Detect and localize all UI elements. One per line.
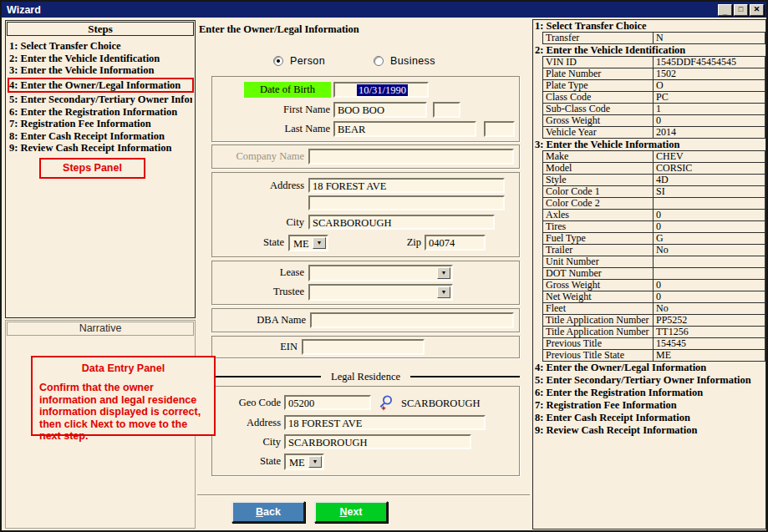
dba-name-label: DBA Name — [212, 312, 306, 328]
summary-section-header: 8: Enter Cash Receipt Information — [533, 412, 765, 424]
lease-dropdown[interactable]: ▼ — [308, 265, 453, 281]
steps-item[interactable]: 5: Enter Secondary/Tertiary Owner Infor — [9, 94, 192, 106]
last-name-input[interactable]: BEAR — [333, 121, 476, 137]
summary-row-value: 0 — [654, 280, 765, 291]
summary-row: Vehicle Year2014 — [542, 126, 765, 139]
summary-row-value: ME — [654, 350, 765, 361]
ein-input[interactable] — [302, 339, 425, 355]
geo-code-label: Geo Code — [212, 395, 281, 411]
summary-row-label: Unit Number — [543, 256, 654, 267]
steps-item[interactable]: 4: Enter the Owner/Legal Information — [9, 79, 192, 92]
radio-person-label: Person — [290, 55, 325, 67]
summary-row-label: Fuel Type — [543, 233, 654, 244]
next-button-label: Next — [339, 506, 362, 518]
radio-person[interactable]: Person — [273, 55, 325, 67]
city-label: City — [212, 215, 304, 231]
first-name-label: First Name — [212, 102, 330, 118]
maximize-button[interactable]: □ — [734, 4, 748, 16]
state-dropdown[interactable]: ME ▼ — [288, 235, 328, 251]
summary-row: Title Application NumberTT1256 — [542, 326, 765, 338]
summary-row-label: Net Weight — [543, 291, 654, 302]
first-name-input[interactable]: BOO BOO — [333, 102, 427, 118]
minimize-button[interactable]: _ — [718, 4, 732, 16]
summary-row-value — [654, 198, 765, 209]
address-line2-input[interactable] — [308, 195, 505, 210]
summary-section-header: 9: Review Cash Receipt Information — [533, 424, 765, 437]
summary-body: 1: Select Transfer ChoiceTransferN2: Ent… — [533, 20, 765, 437]
summary-row: TransferN — [542, 32, 765, 44]
dropdown-arrow-icon[interactable]: ▼ — [308, 456, 322, 468]
steps-item[interactable]: 9: Review Cash Receipt Information — [9, 142, 192, 155]
steps-panel: Steps 1: Select Transfer Choice2: Enter … — [5, 20, 196, 318]
maximize-icon: □ — [739, 6, 743, 13]
company-name-input[interactable] — [308, 149, 514, 165]
summary-row-label: Plate Number — [543, 68, 654, 79]
steps-item[interactable]: 1: Select Transfer Choice — [9, 40, 192, 53]
summary-row: Color Code 1SI — [542, 185, 765, 198]
summary-row-value: PP5252 — [654, 315, 765, 326]
form-title: Enter the Owner/Legal Information — [199, 23, 359, 36]
steps-item[interactable]: 8: Enter Cash Receipt Information — [9, 130, 192, 143]
dropdown-arrow-icon[interactable]: ▼ — [437, 267, 450, 279]
radio-business[interactable]: Business — [374, 55, 435, 67]
summary-row: Axles0 — [542, 209, 765, 221]
summary-row: Gross Weight0 — [542, 279, 765, 291]
divider — [410, 376, 520, 377]
summary-row-value — [654, 256, 765, 267]
first-name-suffix-input[interactable] — [433, 102, 460, 118]
summary-row: Previous Title StateME — [542, 349, 765, 362]
summary-section-header: 1: Select Transfer Choice — [533, 20, 765, 33]
legal-city-input[interactable]: SCARBOROUGH — [284, 434, 471, 449]
dba-name-input[interactable] — [310, 312, 514, 328]
summary-row-value: SI — [654, 186, 765, 197]
trustee-dropdown[interactable]: ▼ — [308, 284, 453, 301]
summary-row-label: Previous Title — [543, 338, 654, 349]
dba-group: DBA Name — [211, 308, 520, 332]
zip-label: Zip — [384, 235, 421, 251]
steps-item[interactable]: 6: Enter the Registration Information — [9, 106, 192, 119]
summary-row: Plate Number1502 — [542, 68, 765, 80]
wizard-window: Wizard _ □ ✕ Steps 1: Select Transfer Ch… — [0, 0, 768, 532]
radio-unselected-icon — [374, 56, 384, 66]
geo-code-input[interactable]: 05200 — [284, 395, 371, 410]
steps-item[interactable]: 7: Registration Fee Information — [9, 118, 192, 130]
geo-code-lookup-button[interactable] — [376, 394, 394, 413]
dropdown-arrow-icon[interactable]: ▼ — [437, 286, 450, 298]
summary-row-value: G — [654, 233, 765, 244]
dropdown-arrow-icon[interactable]: ▼ — [313, 237, 326, 249]
summary-row-label: Fleet — [543, 303, 654, 314]
summary-row: Style4D — [542, 174, 765, 186]
minimize-icon: _ — [723, 8, 727, 16]
date-of-birth-value: 10/31/1990 — [357, 84, 408, 96]
company-group: Company Name — [211, 144, 520, 169]
summary-row-label: Title Application Number — [543, 327, 654, 337]
summary-row-label: Title Application Number — [543, 315, 654, 326]
zip-input[interactable]: 04074 — [425, 235, 486, 251]
close-button[interactable]: ✕ — [750, 4, 764, 16]
summary-row-label: Previous Title State — [543, 350, 654, 361]
steps-item[interactable]: 3: Enter the Vehicle Information — [9, 64, 192, 77]
back-button[interactable]: Back — [231, 501, 305, 523]
summary-row: Tires0 — [542, 220, 765, 233]
legal-state-dropdown[interactable]: ME ▼ — [284, 453, 324, 470]
summary-row-value: 2014 — [654, 127, 765, 138]
summary-section-header: 3: Enter the Vehicle Information — [533, 139, 765, 151]
summary-row-value: PC — [654, 92, 765, 103]
legal-address-input[interactable]: 18 FOREST AVE — [284, 415, 486, 430]
summary-row-label: Gross Weight — [543, 280, 654, 291]
last-name-suffix-input[interactable] — [484, 121, 515, 137]
summary-row-label: Tires — [543, 221, 654, 232]
steps-item[interactable]: 2: Enter the Vehicle Identification — [9, 53, 192, 65]
radio-selected-icon — [273, 56, 283, 66]
geo-code-lookup-result: SCARBOROUGH — [401, 395, 480, 412]
summary-row: MakeCHEV — [542, 150, 765, 163]
summary-row-label: Make — [543, 151, 654, 162]
city-input[interactable]: SCARBOROUGH — [308, 215, 495, 230]
date-of-birth-input[interactable]: 10/31/1990 — [333, 82, 429, 98]
summary-row: Color Code 2 — [542, 197, 765, 210]
summary-row-label: Gross Weight — [543, 115, 654, 126]
next-button[interactable]: Next — [314, 501, 388, 523]
summary-section-header: 2: Enter the Vehicle Identification — [533, 44, 765, 57]
summary-row-value: 1502 — [654, 68, 765, 79]
address-line1-input[interactable]: 18 FOREST AVE — [308, 178, 505, 193]
